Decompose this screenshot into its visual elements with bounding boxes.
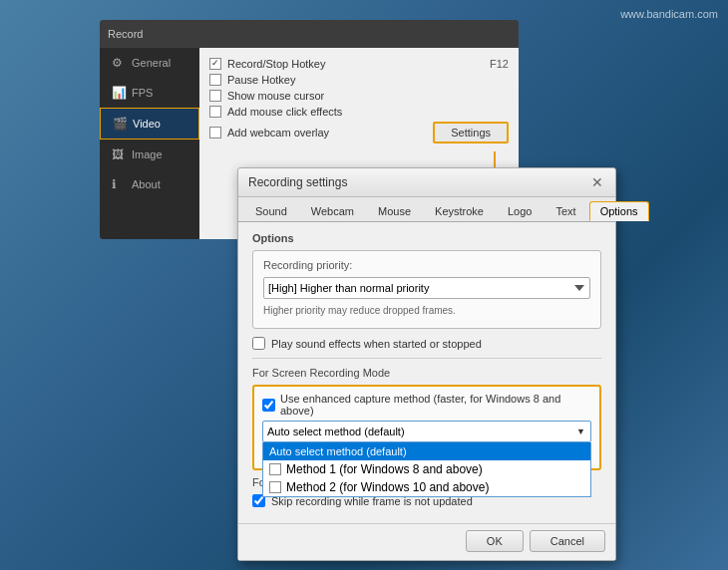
- ok-button[interactable]: OK: [466, 530, 524, 552]
- play-sound-effects-checkbox[interactable]: [252, 337, 265, 350]
- sidebar-label-video: Video: [133, 118, 161, 130]
- dialog-close-button[interactable]: ✕: [589, 174, 605, 190]
- capture-option-auto[interactable]: Auto select method (default): [263, 442, 590, 460]
- method1-checkbox: [269, 463, 281, 475]
- dialog-titlebar: Recording settings ✕: [238, 168, 615, 197]
- capture-option-method2[interactable]: Method 2 (for Windows 10 and above): [286, 480, 489, 494]
- bg-hotkey-value: F12: [490, 58, 509, 70]
- tab-webcam[interactable]: Webcam: [300, 201, 365, 221]
- capture-method-dropdown-open: Auto select method (default) Method 1 (f…: [262, 442, 591, 497]
- recording-priority-dropdown[interactable]: [Low] Below normal priority [Normal] Nor…: [263, 277, 590, 299]
- bg-row-pause: Pause Hotkey: [209, 74, 509, 86]
- bg-row-click-effects: Add mouse click effects: [209, 106, 509, 118]
- settings-button-bg[interactable]: Settings: [433, 122, 509, 143]
- bg-checkbox-hotkey: [209, 58, 221, 70]
- tab-mouse[interactable]: Mouse: [367, 201, 422, 221]
- tab-sound[interactable]: Sound: [244, 201, 298, 221]
- dialog-title: Recording settings: [248, 175, 347, 189]
- enhanced-capture-checkbox[interactable]: [262, 399, 275, 412]
- bg-checkbox-click: [209, 106, 221, 118]
- fps-icon: 📊: [112, 86, 126, 100]
- capture-option-method1-row: Method 1 (for Windows 8 and above): [263, 460, 590, 478]
- enhanced-capture-label: Use enhanced capture method (faster, for…: [280, 393, 591, 417]
- method2-checkbox: [269, 481, 281, 493]
- capture-option-method1[interactable]: Method 1 (for Windows 8 and above): [286, 462, 483, 476]
- dialog-content: Options Recording priority: [Low] Below …: [238, 222, 615, 523]
- screen-recording-section-label: For Screen Recording Mode: [252, 367, 601, 379]
- tab-text[interactable]: Text: [545, 201, 586, 221]
- sidebar-item-general[interactable]: ⚙ General: [100, 48, 199, 78]
- dialog-tabs: Sound Webcam Mouse Keystroke Logo Text O…: [238, 197, 615, 222]
- video-icon: 🎬: [113, 117, 127, 131]
- bg-label-click: Add mouse click effects: [227, 106, 342, 118]
- tab-keystroke[interactable]: Keystroke: [424, 201, 495, 221]
- sidebar-label-general: General: [132, 57, 171, 69]
- recording-settings-dialog: Recording settings ✕ Sound Webcam Mouse …: [237, 167, 616, 561]
- capture-method-selected: Auto select method (default): [267, 426, 405, 437]
- bg-sidebar: ⚙ General 📊 FPS 🎬 Video 🖼 Image ℹ About: [100, 48, 199, 239]
- sidebar-item-image[interactable]: 🖼 Image: [100, 140, 199, 169]
- bg-checkbox-pause: [209, 74, 221, 86]
- recording-priority-group: Recording priority: [Low] Below normal p…: [252, 250, 601, 329]
- bg-label-pause: Pause Hotkey: [227, 74, 295, 86]
- sidebar-label-image: Image: [132, 148, 163, 160]
- bg-checkbox-mouse: [209, 90, 221, 102]
- sidebar-label-fps: FPS: [132, 87, 153, 99]
- watermark: www.bandicam.com: [620, 8, 718, 20]
- enhanced-capture-box: Use enhanced capture method (faster, for…: [252, 385, 601, 470]
- gear-icon: ⚙: [112, 56, 126, 70]
- tab-options[interactable]: Options: [589, 201, 649, 221]
- cancel-button[interactable]: Cancel: [530, 530, 605, 552]
- bg-row-hotkey: Record/Stop Hotkey F12: [209, 58, 509, 70]
- bg-label-webcam: Add webcam overlay: [227, 127, 329, 139]
- sidebar-item-fps[interactable]: 📊 FPS: [100, 78, 199, 108]
- sidebar-item-about[interactable]: ℹ About: [100, 169, 199, 199]
- capture-method-dropdown[interactable]: Auto select method (default): [262, 421, 591, 442]
- priority-dropdown-row: [Low] Below normal priority [Normal] Nor…: [263, 277, 590, 299]
- bg-app-titlebar: Record: [100, 20, 519, 48]
- bg-app-title: Record: [108, 28, 143, 40]
- bg-checkbox-webcam: [209, 127, 221, 139]
- options-section-label: Options: [252, 232, 601, 244]
- image-icon: 🖼: [112, 147, 126, 161]
- play-sound-effects-label: Play sound effects when started or stopp…: [271, 338, 482, 350]
- sidebar-label-about: About: [132, 178, 161, 190]
- capture-method-container: Auto select method (default) Auto select…: [262, 421, 591, 442]
- divider-1: [252, 358, 601, 359]
- bg-row-mouse: Show mouse cursor: [209, 90, 509, 102]
- capture-option-method2-row: Method 2 (for Windows 10 and above): [263, 478, 590, 496]
- recording-priority-title: Recording priority:: [263, 259, 590, 271]
- enhanced-capture-row: Use enhanced capture method (faster, for…: [262, 393, 591, 417]
- tab-logo[interactable]: Logo: [497, 201, 543, 221]
- play-sound-effects-row: Play sound effects when started or stopp…: [252, 337, 601, 350]
- bg-row-webcam: Add webcam overlay Settings: [209, 122, 509, 143]
- bg-label-hotkey: Record/Stop Hotkey: [227, 58, 325, 70]
- dialog-footer: OK Cancel: [238, 523, 615, 560]
- about-icon: ℹ: [112, 177, 126, 191]
- sidebar-item-video[interactable]: 🎬 Video: [100, 108, 199, 140]
- bg-label-mouse: Show mouse cursor: [227, 90, 324, 102]
- priority-hint: Higher priority may reduce dropped frame…: [263, 305, 590, 316]
